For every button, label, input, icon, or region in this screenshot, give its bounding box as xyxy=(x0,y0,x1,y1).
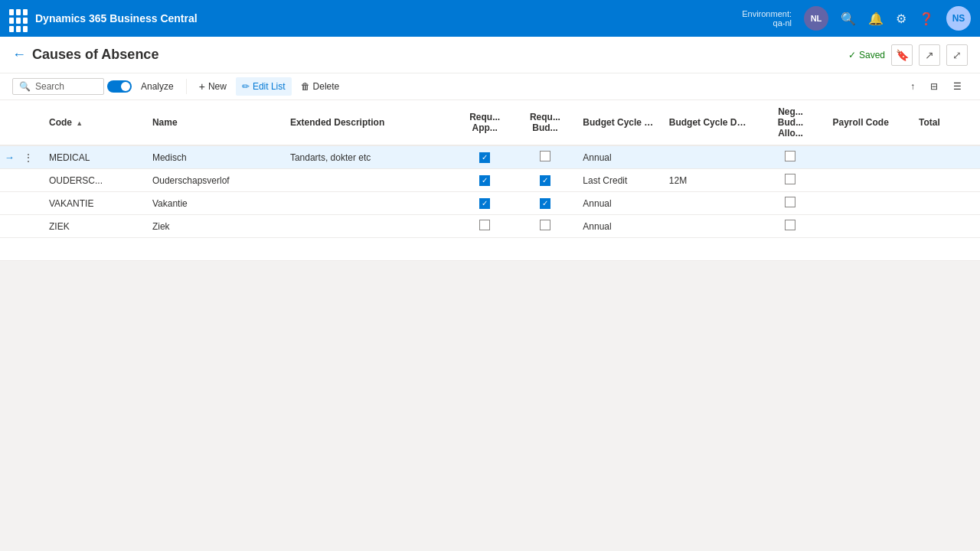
checkbox-checked[interactable]: ✓ xyxy=(479,152,490,163)
col-header-name[interactable]: Name xyxy=(145,100,283,145)
cell-reqapp[interactable]: ✓ xyxy=(455,145,515,169)
cell-reqbud[interactable] xyxy=(515,145,576,169)
analyze-label: Analyze xyxy=(141,81,174,92)
cell-name[interactable]: Ziek xyxy=(145,215,283,238)
checkbox-unchecked[interactable] xyxy=(785,220,795,230)
cell-payroll[interactable] xyxy=(825,145,910,169)
col-header-payroll[interactable]: Payroll Code xyxy=(825,100,910,145)
col-header-extdesc[interactable]: Extended Description xyxy=(283,100,455,145)
checkbox-unchecked[interactable] xyxy=(785,174,795,184)
cell-extdesc[interactable] xyxy=(283,215,455,238)
col-header-extdesc-label: Extended Description xyxy=(290,117,384,128)
notifications-icon[interactable]: 🔔 xyxy=(868,11,884,26)
checkbox-checked[interactable]: ✓ xyxy=(540,175,550,186)
table-row[interactable]: VAKANTIE Vakantie ✓ ✓ Annual xyxy=(0,192,980,215)
new-button[interactable]: + New xyxy=(193,77,233,96)
search-label: Search xyxy=(35,81,64,92)
cell-payroll[interactable] xyxy=(825,215,910,238)
cell-code[interactable]: OUDERSC... xyxy=(41,169,145,192)
edit-list-icon: ✏ xyxy=(242,81,250,92)
checkbox-checked[interactable]: ✓ xyxy=(479,175,490,186)
cell-extdesc[interactable]: Tandarts, dokter etc xyxy=(283,145,455,169)
checkbox-checked[interactable]: ✓ xyxy=(540,198,550,209)
cell-name[interactable]: Vakantie xyxy=(145,192,283,215)
col-header-reqapp[interactable]: Requ...App... xyxy=(455,100,515,145)
user-environment-avatar[interactable]: NL xyxy=(804,6,828,31)
user-avatar[interactable]: NS xyxy=(946,6,971,31)
new-label: New xyxy=(208,81,227,92)
open-new-tab-button[interactable]: ↗ xyxy=(919,44,940,66)
row-indicator xyxy=(0,192,19,215)
apps-launcher-icon[interactable] xyxy=(9,9,28,28)
checkbox-unchecked[interactable] xyxy=(540,151,550,161)
edit-list-label: Edit List xyxy=(253,81,286,92)
search-box[interactable]: 🔍 Search xyxy=(12,78,104,95)
cell-buddur[interactable] xyxy=(662,192,756,215)
table-row[interactable]: ZIEK Ziek Annual xyxy=(0,215,980,238)
cell-reqbud[interactable] xyxy=(515,215,576,238)
cell-name[interactable]: Medisch xyxy=(145,145,283,169)
col-header-negbud[interactable]: Neg...Bud...Allo... xyxy=(756,100,825,145)
cell-payroll[interactable] xyxy=(825,192,910,215)
cell-payroll[interactable] xyxy=(825,169,910,192)
cell-buddur[interactable]: 12M xyxy=(662,169,756,192)
settings-icon[interactable]: ⚙ xyxy=(896,11,906,26)
cell-reqapp[interactable] xyxy=(455,215,515,238)
back-button[interactable]: ← xyxy=(12,47,26,63)
col-header-total[interactable]: Total xyxy=(911,100,980,145)
cell-code[interactable]: ZIEK xyxy=(41,215,145,238)
cell-code[interactable]: VAKANTIE xyxy=(41,192,145,215)
checkbox-checked[interactable]: ✓ xyxy=(479,198,490,209)
cell-code[interactable]: MEDICAL xyxy=(41,145,145,169)
checkbox-unchecked[interactable] xyxy=(785,151,795,161)
new-row-code-cell[interactable] xyxy=(41,238,145,261)
cell-negbud[interactable] xyxy=(756,169,825,192)
cell-budstart[interactable]: Annual xyxy=(575,192,661,215)
cell-reqbud[interactable]: ✓ xyxy=(515,169,576,192)
col-header-buddur[interactable]: Budget Cycle Duration xyxy=(662,100,756,145)
cell-reqbud[interactable]: ✓ xyxy=(515,192,576,215)
filter-button[interactable]: ⊟ xyxy=(924,77,944,96)
checkbox-unchecked[interactable] xyxy=(479,220,490,230)
cell-reqapp[interactable]: ✓ xyxy=(455,169,515,192)
checkbox-unchecked[interactable] xyxy=(540,220,550,230)
row-menu-button[interactable]: ⋮ xyxy=(21,150,36,165)
cell-negbud[interactable] xyxy=(756,192,825,215)
toolbar: 🔍 Search Analyze + New ✏ Edit List 🗑 Del… xyxy=(0,73,980,100)
cell-total[interactable] xyxy=(911,192,980,215)
bookmark-button[interactable]: 🔖 xyxy=(891,44,913,66)
fullscreen-button[interactable]: ⤢ xyxy=(946,44,968,66)
cell-negbud[interactable] xyxy=(756,215,825,238)
cell-negbud[interactable] xyxy=(756,145,825,169)
cell-total[interactable] xyxy=(911,215,980,238)
col-header-reqbud[interactable]: Requ...Bud... xyxy=(515,100,576,145)
empty-new-row[interactable] xyxy=(0,238,980,261)
analyze-button[interactable]: Analyze xyxy=(135,77,180,96)
analyze-toggle[interactable] xyxy=(107,80,132,93)
table-row[interactable]: OUDERSC... Ouderschapsverlof ✓ ✓ Last Cr… xyxy=(0,169,980,192)
col-header-code[interactable]: Code ▲ xyxy=(41,100,145,145)
cell-total[interactable] xyxy=(911,169,980,192)
cell-extdesc[interactable] xyxy=(283,192,455,215)
cell-budstart[interactable]: Last Credit xyxy=(575,169,661,192)
edit-list-button[interactable]: ✏ Edit List xyxy=(236,77,292,96)
cell-budstart[interactable]: Annual xyxy=(575,145,661,169)
search-icon[interactable]: 🔍 xyxy=(841,11,856,26)
cell-total[interactable] xyxy=(911,145,980,169)
cell-budstart[interactable]: Annual xyxy=(575,215,661,238)
col-header-menu xyxy=(19,100,41,145)
checkbox-unchecked[interactable] xyxy=(785,197,795,207)
delete-button[interactable]: 🗑 Delete xyxy=(295,77,346,96)
row-indicator xyxy=(0,215,19,238)
cell-buddur[interactable] xyxy=(662,215,756,238)
table-row[interactable]: → ⋮ MEDICAL Medisch Tandarts, dokter etc… xyxy=(0,145,980,169)
col-header-budstart[interactable]: Budget Cycle Start xyxy=(575,100,661,145)
cell-extdesc[interactable] xyxy=(283,169,455,192)
cell-buddur[interactable] xyxy=(662,145,756,169)
help-icon[interactable]: ❓ xyxy=(919,11,934,26)
cell-reqapp[interactable]: ✓ xyxy=(455,192,515,215)
columns-button[interactable]: ☰ xyxy=(947,77,968,96)
share-button[interactable]: ↑ xyxy=(904,77,921,96)
cell-name[interactable]: Ouderschapsverlof xyxy=(145,169,283,192)
search-icon: 🔍 xyxy=(19,81,31,92)
